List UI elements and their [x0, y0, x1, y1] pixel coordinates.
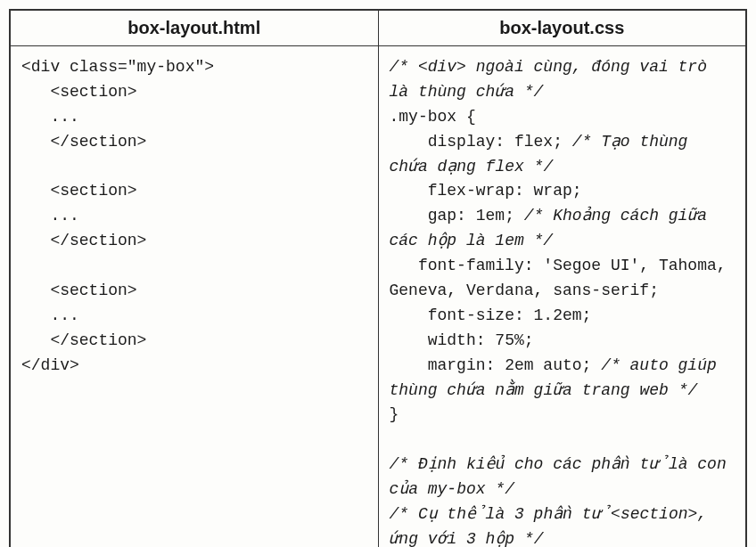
- code-compare-table: box-layout.html box-layout.css <div clas…: [9, 9, 747, 547]
- cell-css: /* <div> ngoài cùng, đóng vai trò là thù…: [378, 46, 746, 548]
- header-left: box-layout.html: [10, 10, 378, 46]
- cell-html: <div class="my-box"> <section> ... </sec…: [10, 46, 378, 548]
- html-code: <div class="my-box"> <section> ... </sec…: [11, 46, 378, 388]
- css-code: /* <div> ngoài cùng, đóng vai trò là thù…: [379, 46, 746, 547]
- header-right: box-layout.css: [378, 10, 746, 46]
